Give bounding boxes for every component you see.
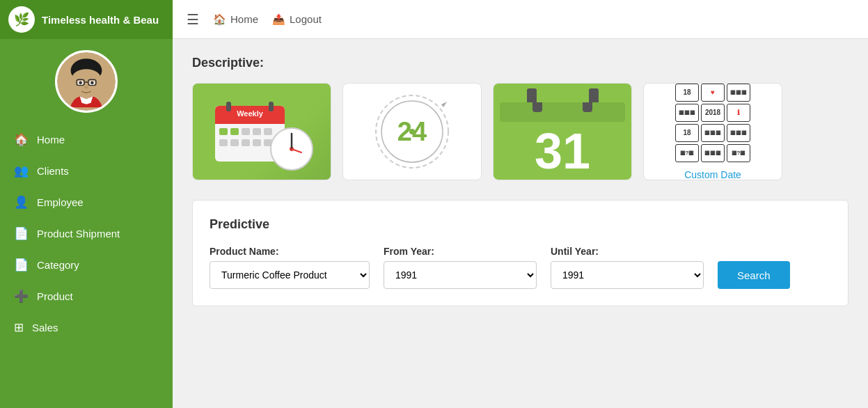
product-icon: ➕ [14, 289, 29, 304]
content-area: Descriptive: Weekly [173, 39, 868, 408]
sidebar-logo: 🌿 [8, 6, 35, 33]
descriptive-section: Descriptive: Weekly [192, 56, 849, 180]
svg-rect-42 [583, 102, 592, 112]
calendar-peg-left [527, 88, 537, 102]
sidebar-item-label: Home [37, 134, 65, 146]
svg-rect-27 [226, 102, 231, 111]
sidebar-item-label: Product [37, 290, 73, 302]
custom-date-grid: 18 ♥ ▦▦▦ ▦▦▦ 2018 ℹ 18 ▦▦▦ ▦▦▦ ▦?▦ ▦▦▦ ▦… [675, 84, 750, 162]
cal-cell-8: ▦▦▦ [701, 124, 725, 142]
until-year-select[interactable]: 1991 1992 1993 2000 2010 2020 [551, 261, 704, 289]
sidebar-item-label: Clients [37, 165, 69, 177]
svg-rect-19 [242, 128, 250, 135]
svg-rect-22 [219, 139, 228, 146]
logout-label: Logout [290, 13, 322, 25]
menu-toggle-button[interactable]: ☰ [187, 11, 199, 28]
svg-text:Weekly: Weekly [237, 109, 264, 118]
home-topbar-label: Home [230, 13, 258, 25]
logout-link[interactable]: 📤 Logout [272, 13, 322, 26]
from-year-label: From Year: [384, 246, 537, 257]
product-name-group: Product Name: Turmeric Coffee Product Pr… [210, 246, 370, 289]
svg-rect-38 [500, 102, 625, 122]
cal-cell-3: ▦▦▦ [727, 84, 750, 102]
until-year-group: Until Year: 1991 1992 1993 2000 2010 202… [551, 246, 704, 289]
svg-rect-28 [269, 102, 274, 111]
weekly-card[interactable]: Weekly [192, 83, 331, 180]
svg-rect-21 [264, 128, 272, 135]
sidebar-item-clients[interactable]: 👥 Clients [0, 155, 173, 187]
sidebar-item-product[interactable]: ➕ Product [0, 281, 173, 312]
cal-cell-5: 2018 [701, 104, 725, 122]
cal-cell-11: ▦▦▦ [701, 144, 725, 162]
svg-point-37 [409, 129, 415, 134]
product-name-select[interactable]: Turmeric Coffee Product Product A Produc… [210, 261, 370, 289]
svg-point-7 [90, 81, 94, 85]
avatar [55, 50, 118, 113]
descriptive-title: Descriptive: [192, 56, 849, 70]
sidebar-nav: 🏠 Home 👥 Clients 👤 Employee 📄 Product Sh… [0, 124, 173, 343]
cal-cell-2: ♥ [701, 84, 725, 102]
sidebar-item-label: Product Shipment [37, 228, 120, 240]
svg-rect-17 [219, 128, 228, 135]
predictive-section: Predictive Product Name: Turmeric Coffee… [192, 200, 849, 306]
main-area: ☰ 🏠 Home 📤 Logout Descriptive: [173, 0, 868, 408]
31-card[interactable]: 31 [493, 83, 632, 180]
svg-point-6 [79, 81, 82, 85]
sidebar-header: 🌿 Timeless health & Beau [0, 0, 173, 39]
sidebar-item-sales[interactable]: ⊞ Sales [0, 312, 173, 343]
svg-rect-15 [215, 118, 285, 124]
predictive-form: Product Name: Turmeric Coffee Product Pr… [210, 246, 831, 289]
clients-icon: 👥 [14, 164, 29, 178]
until-year-label: Until Year: [551, 246, 704, 257]
cal-cell-12: ▦?▦ [727, 144, 750, 162]
svg-point-11 [84, 86, 88, 89]
31-card-top [494, 84, 631, 102]
predictive-title: Predictive [210, 217, 831, 232]
cal-cell-1: 18 [675, 84, 699, 102]
sidebar-item-home[interactable]: 🏠 Home [0, 124, 173, 155]
shipment-icon: 📄 [14, 226, 29, 241]
product-name-label: Product Name: [210, 246, 370, 257]
home-link[interactable]: 🏠 Home [213, 13, 258, 26]
cal-cell-4: ▦▦▦ [675, 104, 699, 122]
logo-icon: 🌿 [14, 12, 29, 27]
svg-rect-41 [532, 102, 542, 112]
sidebar-item-label: Sales [32, 322, 58, 334]
employee-icon: 👤 [14, 195, 29, 210]
sales-icon: ⊞ [14, 320, 24, 335]
search-button[interactable]: Search [718, 261, 790, 289]
svg-rect-24 [242, 139, 250, 146]
sidebar-item-product-shipment[interactable]: 📄 Product Shipment [0, 218, 173, 249]
24h-card[interactable]: 24 [342, 83, 482, 180]
calendar-peg-right [589, 88, 599, 102]
category-icon: 📄 [14, 258, 29, 272]
svg-rect-23 [230, 139, 239, 146]
from-year-select[interactable]: 1991 1992 1993 2000 2010 2020 [384, 261, 537, 289]
sidebar-avatar-area [0, 39, 173, 118]
custom-date-label: Custom Date [684, 169, 741, 180]
sidebar: 🌿 Timeless health & Beau [0, 0, 173, 408]
topbar: ☰ 🏠 Home 📤 Logout [173, 0, 868, 39]
sidebar-brand: Timeless health & Beau [42, 14, 159, 26]
sidebar-item-label: Category [37, 259, 79, 271]
logout-icon: 📤 [272, 13, 285, 26]
svg-rect-20 [253, 128, 261, 135]
31-card-inner: 31 [494, 84, 631, 180]
cal-cell-9: ▦▦▦ [727, 124, 750, 142]
cal-cell-6: ℹ [727, 104, 750, 122]
cal-cell-10: ▦?▦ [675, 144, 699, 162]
custom-date-card[interactable]: 18 ♥ ▦▦▦ ▦▦▦ 2018 ℹ 18 ▦▦▦ ▦▦▦ ▦?▦ ▦▦▦ ▦… [643, 83, 782, 180]
svg-rect-18 [230, 128, 239, 135]
cards-row: Weekly [192, 83, 849, 180]
sidebar-item-label: Employee [37, 196, 84, 208]
from-year-group: From Year: 1991 1992 1993 2000 2010 2020 [384, 246, 537, 289]
svg-rect-25 [253, 139, 261, 146]
sidebar-item-category[interactable]: 📄 Category [0, 249, 173, 281]
sidebar-item-employee[interactable]: 👤 Employee [0, 187, 173, 218]
home-icon: 🏠 [14, 132, 29, 147]
cal-cell-7: 18 [675, 124, 699, 142]
home-topbar-icon: 🏠 [213, 13, 226, 26]
svg-text:31: 31 [535, 123, 590, 179]
